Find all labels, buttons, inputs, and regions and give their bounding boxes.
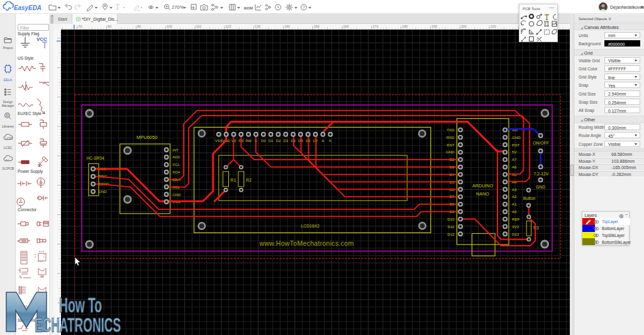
svg-text:A: A: [321, 138, 324, 142]
svg-text:JLC: JLC: [5, 158, 9, 162]
svg-text:D1: D1: [268, 138, 273, 142]
svg-text:A0: A0: [512, 209, 517, 214]
svg-text:ARDUINO: ARDUINO: [472, 183, 494, 189]
svg-text:GND: GND: [535, 185, 545, 189]
svg-text:140: 140: [284, 25, 289, 28]
svg-text:K: K: [329, 138, 331, 142]
svg-text:5V: 5V: [512, 150, 517, 154]
svg-text:RST: RST: [512, 142, 519, 146]
svg-text:RW: RW: [245, 138, 252, 142]
svg-text:MPU6050: MPU6050: [136, 134, 157, 140]
svg-text:100: 100: [166, 25, 172, 28]
svg-text:NANO: NANO: [476, 191, 489, 197]
svg-text:A3: A3: [512, 187, 517, 191]
svg-text:AD0: AD0: [172, 155, 180, 159]
svg-text:GND: GND: [512, 135, 521, 139]
svg-text:D2: D2: [275, 138, 280, 142]
svg-text:160: 160: [343, 25, 348, 28]
svg-text:HC-SR04: HC-SR04: [86, 156, 104, 160]
svg-text:REF: REF: [512, 216, 519, 221]
svg-text:GND: GND: [445, 150, 454, 154]
svg-text:150: 150: [313, 25, 319, 28]
svg-text:D10: D10: [447, 216, 455, 221]
svg-text:EasyEDA: EasyEDA: [14, 4, 42, 11]
svg-text:110: 110: [196, 25, 201, 28]
svg-text:D13: D13: [512, 231, 519, 236]
svg-text:170: 170: [372, 25, 378, 28]
svg-text:INT: INT: [172, 147, 179, 151]
svg-text:A7: A7: [512, 157, 517, 162]
svg-text:LCSC: LCSC: [6, 137, 14, 140]
svg-text:?: ?: [303, 5, 305, 9]
svg-text:270%: 270%: [172, 4, 184, 10]
svg-text:3V3: 3V3: [512, 224, 519, 228]
svg-text:200: 200: [460, 25, 466, 28]
svg-text:LCD16X2: LCD16X2: [301, 224, 319, 228]
svg-text:A6: A6: [512, 165, 517, 169]
svg-text:120: 120: [225, 25, 231, 28]
svg-text:190: 190: [431, 25, 436, 28]
svg-text:180: 180: [402, 25, 408, 28]
svg-text:70: 70: [78, 25, 82, 28]
svg-text:7.2-12V: 7.2-12V: [533, 172, 548, 176]
svg-text:210: 210: [490, 25, 496, 28]
svg-text:Button: Button: [523, 195, 535, 200]
svg-text:D3: D3: [283, 138, 288, 142]
svg-text:RXD: RXD: [446, 135, 454, 139]
svg-text:R2: R2: [246, 177, 252, 182]
svg-text:D11: D11: [447, 224, 454, 228]
svg-text:www.HowToMechatronics.com: www.HowToMechatronics.com: [258, 239, 353, 246]
svg-text:130: 130: [255, 25, 260, 28]
svg-text:VSS: VSS: [214, 138, 222, 142]
svg-text:80: 80: [108, 25, 111, 28]
svg-text:VCC: VCC: [36, 36, 47, 42]
svg-text:A1: A1: [512, 202, 517, 206]
svg-text:D0: D0: [260, 138, 265, 142]
svg-text:90: 90: [136, 25, 140, 28]
svg-text:A2: A2: [512, 194, 517, 199]
svg-text:GND: GND: [172, 192, 181, 196]
svg-text:DejanNedelkovski: DejanNedelkovski: [610, 5, 644, 10]
svg-text:ON/OFF: ON/OFF: [533, 141, 549, 145]
svg-text:R3: R3: [533, 226, 539, 230]
svg-text:RST: RST: [447, 142, 454, 146]
svg-text:XCL: XCL: [172, 162, 180, 167]
svg-text:GND: GND: [98, 189, 107, 194]
svg-text:R1: R1: [230, 177, 236, 182]
svg-text:XDA: XDA: [172, 170, 180, 174]
svg-text:D12: D12: [447, 231, 455, 236]
svg-text:TXD: TXD: [447, 127, 455, 131]
svg-text:BOM: BOM: [244, 6, 253, 10]
